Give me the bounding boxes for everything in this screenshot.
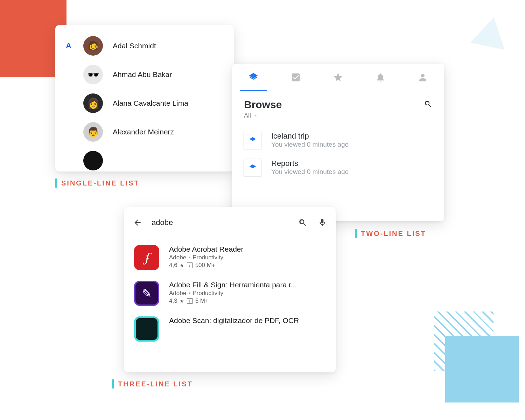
filter-dropdown[interactable]: All (232, 112, 444, 126)
avatar: 🧔 (83, 36, 103, 56)
tab-layers[interactable] (232, 64, 274, 91)
star-icon: ★ (180, 298, 184, 304)
app-title: Adobe Acrobat Reader (169, 245, 243, 253)
app-meta: Adobe•Productivity (169, 254, 243, 261)
contact-row[interactable]: 🕶️ Ahmad Abu Bakar (55, 60, 234, 89)
section-indicator: A (64, 41, 74, 50)
avatar: 🕶️ (83, 65, 103, 84)
search-icon (298, 218, 307, 227)
search-button[interactable] (297, 217, 308, 228)
app-icon: ✎ (134, 281, 159, 306)
contact-row[interactable]: A 🧔 Adal Schmidt (55, 31, 234, 60)
app-stats: 4,6★ ↓ 500 M+ (169, 262, 243, 269)
app-row[interactable]: Adobe Scan: digitalizador de PDF, OCR (124, 309, 336, 345)
filter-label: All (244, 112, 251, 119)
app-stats: 4,3★ ↓ 5 M+ (169, 298, 297, 304)
tab-starred[interactable] (317, 64, 359, 91)
caption-two-line: TWO-LINE LIST (355, 229, 426, 238)
folder-icon (244, 159, 261, 176)
tab-profile[interactable] (402, 64, 444, 91)
checkbox-icon (290, 72, 301, 83)
arrow-back-icon (133, 218, 142, 227)
caption-three-line: THREE-LINE LIST (112, 379, 193, 388)
star-icon (333, 72, 343, 83)
app-title: Adobe Fill & Sign: Herramienta para r... (169, 281, 297, 289)
contact-name: Alexander Meinerz (113, 128, 174, 136)
download-icon: ↓ (187, 262, 192, 268)
page-title: Browse (244, 99, 282, 111)
app-title: Adobe Scan: digitalizador de PDF, OCR (169, 316, 299, 325)
avatar: 👩 (83, 93, 103, 113)
app-icon: ʄ (134, 245, 159, 270)
voice-button[interactable] (317, 217, 328, 228)
mic-icon (318, 218, 327, 227)
person-icon (418, 72, 428, 83)
folder-row[interactable]: Iceland trip You viewed 0 minutes ago (232, 126, 444, 154)
download-icon: ↓ (187, 298, 192, 304)
contact-row[interactable] (55, 146, 234, 172)
search-bar (124, 207, 336, 238)
contact-row[interactable]: 👨 Alexander Meinerz (55, 118, 234, 146)
search-button[interactable] (424, 100, 432, 110)
folder-icon (244, 131, 261, 149)
contact-name: Ahmad Abu Bakar (113, 70, 172, 79)
contact-row[interactable]: 👩 Alana Cavalcante Lima (55, 89, 234, 118)
back-button[interactable] (132, 217, 143, 228)
app-search-card: ʄ Adobe Acrobat Reader Adobe•Productivit… (124, 207, 336, 372)
tab-bar (232, 64, 444, 91)
layers-icon (248, 72, 259, 83)
folder-name: Iceland trip (271, 132, 349, 141)
avatar: 👨 (83, 122, 103, 142)
caption-single-line: SINGLE-LINE LIST (55, 178, 140, 188)
chevron-down-icon (253, 113, 258, 118)
app-icon (134, 316, 159, 342)
contact-name: Alana Cavalcante Lima (113, 99, 188, 107)
folder-subtitle: You viewed 0 minutes ago (271, 141, 349, 148)
folder-subtitle: You viewed 0 minutes ago (271, 168, 349, 176)
folder-row[interactable]: Reports You viewed 0 minutes ago (232, 154, 444, 181)
app-meta: Adobe•Productivity (169, 290, 297, 297)
bell-icon (375, 72, 386, 83)
browse-header: Browse (232, 91, 444, 112)
contact-name: Adal Schmidt (113, 42, 156, 50)
avatar (83, 151, 103, 170)
search-input[interactable] (152, 218, 289, 227)
browse-card: Browse All Iceland trip You viewed 0 min… (232, 64, 444, 221)
contacts-card: A 🧔 Adal Schmidt 🕶️ Ahmad Abu Bakar 👩 Al… (55, 25, 234, 172)
search-icon (424, 100, 432, 108)
tab-notifications[interactable] (359, 64, 402, 91)
tab-tasks[interactable] (274, 64, 317, 91)
app-row[interactable]: ʄ Adobe Acrobat Reader Adobe•Productivit… (124, 238, 336, 274)
decorative-blue-square (445, 336, 519, 402)
folder-name: Reports (271, 159, 349, 168)
app-row[interactable]: ✎ Adobe Fill & Sign: Herramienta para r.… (124, 274, 336, 309)
star-icon: ★ (180, 262, 184, 268)
decorative-triangle (470, 14, 511, 50)
